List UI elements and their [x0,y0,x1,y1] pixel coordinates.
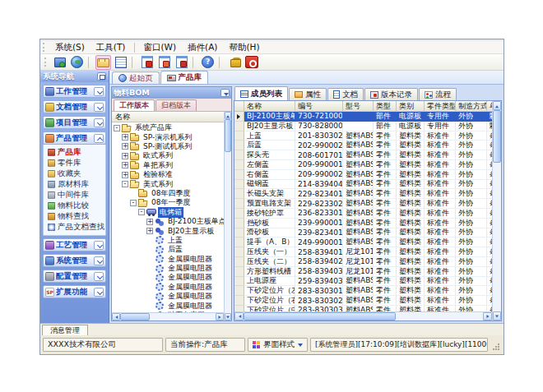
tab-working-version[interactable]: 工作版本 [114,99,155,111]
web-icon[interactable] [69,55,85,70]
sidebar-section-bar[interactable]: 项目管理 [43,116,106,129]
scroll-track[interactable] [150,313,216,321]
tab-message-management[interactable]: 消息管理 [42,325,88,335]
interface-style-picker[interactable]: 界面样式 [248,338,308,352]
table-row[interactable]: 上电源座 259-839403-001 塑料ABS 零件 [234,277,492,287]
table-row[interactable]: 接砂轮护罩 236-823301-001 塑料ABS 零件 [234,209,492,219]
scroll-up-button[interactable] [225,112,231,119]
sidebar-section-bar[interactable]: 产品管理 [43,131,106,145]
close-window-icon[interactable] [139,55,155,70]
menu-window[interactable]: 窗口(W) [137,42,182,53]
table-vertical-scrollbar[interactable] [492,101,501,321]
scroll-track[interactable] [225,152,231,313]
column-header[interactable]: 型号 [343,101,374,111]
table-row[interactable]: 后盖 202-990002-011 塑料ABS 零件 [234,141,492,150]
table-row[interactable]: 方形塑料线槽 258-839403-001 尼龙1010 零件 [234,267,492,277]
report-icon[interactable] [113,55,128,70]
chevron-down-icon[interactable] [94,241,104,250]
table-row[interactable]: 预置电路支架 229-823302-001 塑料ABS 零件 [234,199,492,209]
tree-toggle-icon[interactable] [146,219,153,225]
table-row[interactable]: 左侧盖 209-990001-011 塑料ABS 零件 [234,160,492,170]
tree-horizontal-scrollbar[interactable] [112,312,224,321]
menubar-grip[interactable] [43,43,46,52]
column-header[interactable]: 类型 [374,101,397,111]
sidebar-collapse-button[interactable] [97,72,106,81]
scroll-right-button[interactable] [216,313,224,321]
scroll-thumb[interactable] [225,119,231,152]
column-header[interactable]: 编号 [295,101,343,111]
menu-plugins[interactable]: 插件(A) [182,42,223,53]
table-row[interactable]: 压线夹（一） 258-839401-001 尼龙1010 零件 [234,247,492,257]
sidebar-section-bar[interactable]: 工作管理 [43,85,106,98]
chevron-down-icon[interactable] [94,256,104,265]
table-row[interactable]: 下砂定位片（中） 283-830303-001 塑料ABS 零件 [234,306,492,311]
tab-properties[interactable]: 属性 [289,88,327,100]
close-other-windows-icon[interactable] [174,55,189,70]
sidebar-section-bar[interactable]: 工艺管理 [43,238,106,251]
tab-member-list[interactable]: 成员列表 [234,86,288,100]
tab-product-library[interactable]: 产品库 [160,71,209,84]
tree-toggle-icon[interactable] [138,209,145,215]
menu-system[interactable]: 系统(S) [49,42,90,53]
table-row[interactable]: 下砂定位片（右） 283-830302-001 塑料ABS 零件 [234,296,492,306]
menu-tools[interactable]: 工具(T) [90,42,132,53]
table-row[interactable]: 长磁头支架 229-823401-001 塑料ABS 零件 [234,189,492,199]
scroll-thumb[interactable] [120,313,150,321]
close-all-windows-icon[interactable] [156,55,172,70]
chevron-down-icon[interactable] [94,118,104,127]
tree-vertical-scrollbar[interactable] [224,112,231,321]
sidebar-item-favorites[interactable]: 收藏夹 [48,168,105,179]
sidebar-section-bar[interactable]: 文档管理 [43,100,106,113]
tab-workflow[interactable]: 流程 [419,88,457,100]
menu-help[interactable]: 帮助(H) [223,42,265,53]
scroll-down-button[interactable] [225,313,231,321]
sidebar-item-intermediate-library[interactable]: 中间件库 [48,190,105,201]
column-header[interactable]: 零件类型 [425,101,456,111]
scroll-track[interactable] [493,163,501,311]
scroll-down-button[interactable] [493,311,501,321]
tree-toggle-icon[interactable] [122,153,128,159]
sidebar-item-product-library[interactable]: 产品库 [48,147,105,158]
scroll-thumb[interactable] [244,312,396,321]
tree-toggle-icon[interactable] [114,125,120,131]
bom-panel-menu-button[interactable] [220,89,230,97]
sidebar-item-parts-library[interactable]: 零件库 [48,158,105,168]
sidebar-item-product-doc-search[interactable]: 产品文档查找 [48,222,105,233]
workspace-icon[interactable] [52,55,67,70]
tree-toggle-icon[interactable] [122,134,128,141]
table-row[interactable]: BJ20主显示板 730-828000-041 部件 [234,122,492,131]
scroll-left-button[interactable] [112,313,120,321]
chevron-down-icon[interactable] [94,272,104,281]
column-header[interactable]: 类别 [397,101,425,111]
exit-icon[interactable] [244,55,259,70]
table-row[interactable]: 右侧盖 209-990002-011 塑料ABS 零件 [234,170,492,180]
sidebar-item-raw-material-library[interactable]: 原材料库 [48,179,105,190]
column-header[interactable]: 名称 [244,101,295,111]
tree-toggle-icon[interactable] [146,228,153,234]
tree-toggle-icon[interactable] [122,181,128,187]
sidebar-item-material-compare[interactable]: 物料比较 [48,201,105,211]
sidebar-item-material-search[interactable]: 物料查找 [48,211,105,222]
toolbar-grip[interactable] [44,58,48,67]
tab-start-page[interactable]: 起始页 [112,71,160,84]
chevron-down-icon[interactable] [94,134,104,143]
tab-archived-version[interactable]: 归档版本 [155,99,197,111]
scroll-right-button[interactable] [483,312,492,321]
column-header[interactable]: 制造方式 [456,101,487,111]
scroll-track[interactable] [396,312,483,321]
table-row[interactable]: BJ-2100主板单点 730-721000-121 部件 [234,112,492,122]
open-library-icon[interactable] [95,55,111,70]
table-row[interactable]: 探头壳 208-601701-011 塑料ABS 零件 [234,150,492,160]
chevron-down-icon[interactable] [94,87,104,96]
tree-toggle-icon[interactable] [122,162,128,168]
tree-toggle-icon[interactable] [122,172,128,178]
tree-toggle-icon[interactable] [130,200,137,206]
sidebar-section-bar[interactable]: 扩展功能 [43,285,106,298]
tree-column-header[interactable]: 名称 [112,112,224,122]
table-row[interactable]: 下砂定位片（左） 283-830301-001 塑料ABS 零件 [234,286,492,296]
chevron-down-icon[interactable] [94,103,104,112]
scroll-left-button[interactable] [234,312,244,321]
tree-toggle-icon[interactable] [122,143,128,150]
table-horizontal-scrollbar[interactable] [234,311,492,321]
tab-version-history[interactable]: 版本记录 [364,88,418,100]
